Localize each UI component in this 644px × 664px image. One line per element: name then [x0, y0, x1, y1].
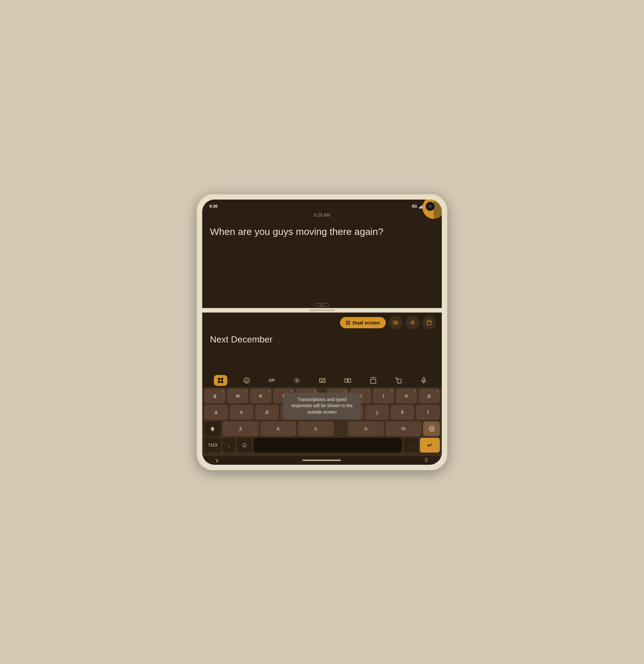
svg-rect-8 — [218, 380, 220, 383]
svg-marker-2 — [411, 320, 414, 325]
svg-rect-6 — [218, 377, 220, 380]
key-g[interactable]: g — [306, 405, 329, 420]
phone-hinge — [202, 308, 442, 313]
phone-screen: 9:30 5G 9:29 AM When are you guys moving… — [202, 200, 442, 465]
backspace-key[interactable] — [423, 421, 440, 436]
status-bar: 9:30 5G — [202, 200, 442, 211]
key-t[interactable]: t5 — [296, 389, 317, 403]
received-message-text: When are you guys moving there again? — [210, 225, 383, 238]
action-toolbar: ⊡ Dual screen — [202, 313, 442, 332]
svg-rect-22 — [370, 379, 376, 383]
home-bar[interactable] — [302, 460, 341, 461]
bottom-screen: ⊡ Dual screen — [202, 313, 442, 465]
svg-point-10 — [244, 377, 249, 383]
gif-button[interactable]: GIF — [266, 377, 278, 384]
key-row-2: a s d f g h j k l — [204, 405, 440, 420]
period-key[interactable]: . — [403, 438, 418, 453]
key-h[interactable]: h — [340, 405, 364, 420]
camera-icon — [426, 202, 435, 211]
svg-rect-25 — [423, 377, 425, 381]
key-w[interactable]: w2 — [227, 389, 248, 403]
key-p[interactable]: p0 — [419, 389, 440, 403]
key-r[interactable]: r4 — [273, 389, 294, 403]
key-row-3: z x c Transcriptions and typed responses… — [204, 421, 440, 436]
key-f[interactable]: f — [280, 405, 304, 420]
keyboard-toolbar: GIF — [202, 372, 442, 387]
microphone-button[interactable] — [418, 376, 430, 385]
num-switch-key[interactable]: ?123 — [204, 438, 221, 453]
dual-screen-button[interactable]: ⊡ Dual screen — [340, 317, 386, 328]
svg-rect-7 — [221, 377, 223, 380]
key-q[interactable]: q1 — [204, 389, 225, 403]
key-z[interactable]: z — [222, 421, 259, 436]
key-j[interactable]: j — [365, 405, 389, 420]
key-c[interactable]: c — [298, 421, 334, 436]
network-indicator: 5G — [412, 204, 417, 209]
speaker-button[interactable] — [406, 316, 419, 329]
key-l[interactable]: l — [416, 405, 440, 420]
split-keyboard-button[interactable] — [342, 376, 354, 385]
key-a[interactable]: a — [204, 405, 228, 420]
received-message-area: When are you guys moving there again? — [202, 220, 442, 302]
trash-button[interactable] — [422, 316, 436, 329]
keyboard-area: GIF — [202, 346, 442, 465]
svg-rect-9 — [221, 380, 223, 383]
key-d[interactable]: d — [255, 405, 279, 420]
top-screen: 9:30 5G 9:29 AM When are you guys moving… — [202, 200, 442, 308]
key-y[interactable]: y6 — [327, 389, 348, 403]
svg-rect-14 — [319, 378, 325, 382]
app-time: 9:29 AM — [202, 211, 442, 220]
key-u[interactable]: u7 — [350, 389, 371, 403]
eye-button[interactable] — [389, 316, 403, 329]
phone-device: 9:30 5G 9:29 AM When are you guys moving… — [197, 194, 447, 471]
svg-point-12 — [247, 379, 248, 380]
svg-point-11 — [245, 379, 246, 380]
key-m[interactable]: m — [385, 421, 422, 436]
svg-point-1 — [395, 322, 397, 324]
space-key[interactable] — [254, 438, 402, 453]
key-k[interactable]: k — [390, 405, 415, 420]
nav-menu-icon: ⠿ — [424, 457, 429, 463]
nav-back-icon: ∨ — [215, 457, 219, 463]
key-n[interactable]: n — [348, 421, 384, 436]
enter-key[interactable]: ↵ — [420, 438, 440, 453]
dual-screen-icon: ⊡ — [346, 319, 350, 326]
resize-button[interactable] — [367, 376, 379, 385]
corner-resize-button[interactable] — [393, 376, 405, 385]
emoji-key[interactable]: ☺ — [237, 438, 252, 453]
svg-rect-3 — [427, 321, 431, 325]
keyboard: q1 w2 e3 r4 t5 y6 u7 i8 o9 p0 a — [202, 387, 442, 456]
svg-point-13 — [296, 379, 298, 381]
divider-handle[interactable] — [202, 302, 442, 308]
shift-key[interactable] — [204, 421, 221, 436]
nav-bar: ∨ ⠿ — [202, 456, 442, 465]
comma-key[interactable]: , — [222, 438, 235, 453]
status-time: 9:30 — [209, 204, 218, 209]
svg-rect-20 — [345, 378, 347, 382]
key-i[interactable]: i8 — [373, 389, 394, 403]
key-row-1: q1 w2 e3 r4 t5 y6 u7 i8 o9 p0 — [204, 389, 440, 403]
dual-screen-label: Dual screen — [353, 320, 380, 326]
key-e[interactable]: e3 — [250, 389, 271, 403]
key-row-4: ?123 , ☺ . ↵ — [204, 438, 440, 453]
key-o[interactable]: o9 — [396, 389, 417, 403]
svg-rect-21 — [348, 378, 351, 382]
settings-button[interactable] — [291, 376, 303, 385]
response-area: Next December — [202, 332, 442, 346]
response-text: Next December — [210, 334, 273, 345]
key-s[interactable]: s — [229, 405, 254, 420]
gif-label: GIF — [268, 378, 275, 383]
sticker-button[interactable] — [241, 376, 253, 385]
svg-rect-24 — [397, 379, 401, 383]
emoji-board-button[interactable] — [214, 375, 227, 386]
key-x[interactable]: x — [260, 421, 296, 436]
keyboard-toggle-button[interactable] — [316, 376, 328, 385]
